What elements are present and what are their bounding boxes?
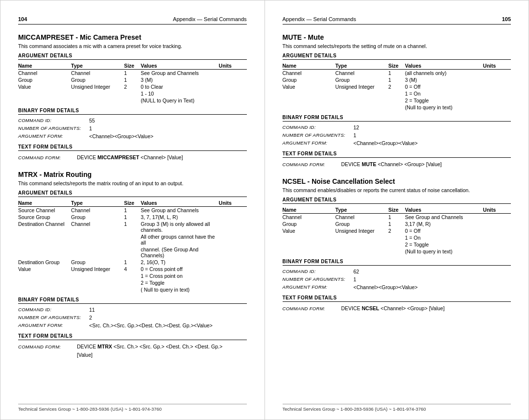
page-footer-right: Technical Services Group ~ 1-800-283-593… xyxy=(283,404,511,412)
binary-row: Command ID: 12 xyxy=(283,124,511,132)
table-row: (Null to query in text) xyxy=(283,104,511,111)
ncsel-arg-table: Name Type Size Values Units ChannelChann… xyxy=(283,206,511,255)
text-form-row: Command Form: DEVICE NCSEL <Channel> <Gr… xyxy=(283,304,511,313)
page-right: Appendix — Serial Commands 105 MUTE - Mu… xyxy=(264,0,529,420)
th-type: Type xyxy=(336,206,388,214)
th-name: Name xyxy=(18,199,71,207)
mute-desc: This command selects/reports the setting… xyxy=(283,43,511,49)
table-row: 2 = Toggle xyxy=(283,241,511,248)
mtrx-binary-form: Command ID: 11 Number of Arguments: 2 Ar… xyxy=(18,306,247,329)
binary-row: Argument Form: <Channel><Group><Value> xyxy=(283,140,511,148)
mtrx-arg-label: ARGUMENT DETAILS xyxy=(18,190,247,197)
page-footer-left: Technical Services Group ~ 1-800-283-593… xyxy=(18,404,247,412)
table-row: ValueUnsigned Integer40 = Cross point of… xyxy=(18,266,247,272)
table-row: ValueUnsigned Integer20 to Clear xyxy=(18,83,247,90)
miccampreset-text-form: Command Form: DEVICE MICCAMPRESET <Chann… xyxy=(18,153,247,162)
table-row: GroupGroup13 (M) xyxy=(283,76,511,83)
page-header-left: 104 Appendix — Serial Commands xyxy=(18,16,247,25)
ncsel-arg-label: ARGUMENT DETAILS xyxy=(283,197,511,204)
mute-text-label: TEXT FORM DETAILS xyxy=(283,151,511,158)
th-size: Size xyxy=(124,199,141,207)
miccampreset-desc: This command associates a mic with a cam… xyxy=(18,43,247,49)
th-name: Name xyxy=(18,62,71,70)
mtrx-desc: This command selects/reports the matrix … xyxy=(18,180,247,186)
binary-row: Argument Form: <Src. Ch.><Src. Gp.><Dest… xyxy=(18,322,247,330)
mute-arg-table: Name Type Size Values Units ChannelChann… xyxy=(283,62,511,111)
th-values: Values xyxy=(141,62,218,70)
table-row: 1 = On xyxy=(283,90,511,97)
table-row: 1 - 10 xyxy=(18,90,247,97)
mtrx-binary-label: BINARY FORM DETAILS xyxy=(18,297,247,304)
ncsel-text-label: TEXT FORM DETAILS xyxy=(283,295,511,302)
th-type: Type xyxy=(71,62,124,70)
miccampreset-text-label: TEXT FORM DETAILS xyxy=(18,144,247,151)
th-type: Type xyxy=(71,199,124,207)
table-row: ChannelChannel1See Group and Channels xyxy=(18,70,247,77)
miccampreset-binary-label: BINARY FORM DETAILS xyxy=(18,108,247,115)
table-row: GroupGroup13 (M) xyxy=(18,76,247,83)
table-row: channel. (See Group And Channels) xyxy=(18,246,247,259)
miccampreset-arg-label: ARGUMENT DETAILS xyxy=(18,53,247,60)
mute-binary-form: Command ID: 12 Number of Arguments: 1 Ar… xyxy=(283,124,511,147)
section-ncsel: NCSEL - Noise Cancellation Select This c… xyxy=(283,177,511,313)
mute-binary-label: BINARY FORM DETAILS xyxy=(283,115,511,122)
ncsel-title: NCSEL - Noise Cancellation Select xyxy=(283,177,511,185)
mtrx-arg-table: Name Type Size Values Units Source Chann… xyxy=(18,199,247,293)
mute-arg-label: ARGUMENT DETAILS xyxy=(283,53,511,60)
table-row: ChannelChannel1(all channels only) xyxy=(283,70,511,77)
th-size: Size xyxy=(124,62,141,70)
section-miccampreset: MICCAMPRESET - Mic Camera Preset This co… xyxy=(18,33,247,162)
page-left: 104 Appendix — Serial Commands MICCAMPRE… xyxy=(0,0,264,420)
ncsel-binary-form: Command ID: 62 Number of Arguments: 1 Ar… xyxy=(283,268,511,291)
page-number-left: 104 xyxy=(18,16,27,22)
th-size: Size xyxy=(388,206,405,214)
table-row: 1 = On xyxy=(283,234,511,241)
table-row: ( Null to query in text) xyxy=(18,286,247,293)
miccampreset-title: MICCAMPRESET - Mic Camera Preset xyxy=(18,33,247,41)
table-row: (Null to query in text) xyxy=(283,248,511,255)
text-form-row: Command Form: DEVICE MICCAMPRESET <Chann… xyxy=(18,153,247,162)
page-header-right: Appendix — Serial Commands 105 xyxy=(283,16,511,25)
binary-row: Number of Arguments: 1 xyxy=(283,276,511,284)
th-values: Values xyxy=(405,206,483,214)
th-units: Units xyxy=(483,62,511,70)
th-name: Name xyxy=(283,206,336,214)
table-row: GroupGroup13,17 (M, R) xyxy=(283,221,511,227)
section-mtrx: MTRX - Matrix Routing This command selec… xyxy=(18,171,247,359)
th-values: Values xyxy=(141,199,218,207)
ncsel-desc: This command enables/disables or reports… xyxy=(283,187,511,193)
table-row: ValueUnsigned Integer20 = Off xyxy=(283,227,511,234)
binary-row: Command ID: 62 xyxy=(283,268,511,276)
th-values: Values xyxy=(405,62,483,70)
th-name: Name xyxy=(283,62,336,70)
table-row: ValueUnsigned Integer20 = Off xyxy=(283,83,511,90)
binary-row: Argument Form: <Channel><Group><Value> xyxy=(18,133,247,141)
miccampreset-arg-table: Name Type Size Values Units ChannelChann… xyxy=(18,62,247,104)
table-row: All other groups cannot have the all xyxy=(18,233,247,246)
binary-row: Number of Arguments: 2 xyxy=(18,314,247,322)
table-row: Source ChannelChannel1See Group and Chan… xyxy=(18,207,247,214)
table-row: (NULL to Query in Text) xyxy=(18,97,247,104)
ncsel-text-form: Command Form: DEVICE NCSEL <Channel> <Gr… xyxy=(283,304,511,313)
miccampreset-binary-form: Command ID: 55 Number of Arguments: 1 Ar… xyxy=(18,117,247,140)
table-row: ChannelChannel1See Group and Channels xyxy=(283,214,511,221)
th-size: Size xyxy=(388,62,405,70)
th-type: Type xyxy=(336,62,388,70)
table-row: Destination ChannelChannel1Group 3 (M) i… xyxy=(18,221,247,233)
mtrx-text-label: TEXT FORM DETAILS xyxy=(18,333,247,340)
th-units: Units xyxy=(219,62,247,70)
th-units: Units xyxy=(483,206,511,214)
ncsel-binary-label: BINARY FORM DETAILS xyxy=(283,259,511,266)
text-form-row: Command Form: DEVICE MUTE <Channel> <Gro… xyxy=(283,160,511,169)
table-row: 1 = Cross point on xyxy=(18,272,247,279)
binary-row: Argument Form: <Channel><Group><Value> xyxy=(283,284,511,292)
table-row: 2 = Toggle xyxy=(283,97,511,104)
binary-row: Command ID: 55 xyxy=(18,117,247,125)
mtrx-title: MTRX - Matrix Routing xyxy=(18,171,247,178)
table-row: Source GroupGroup13, 7, 17(M, L, R) xyxy=(18,214,247,221)
th-units: Units xyxy=(219,199,247,207)
mute-title: MUTE - Mute xyxy=(283,33,511,41)
mtrx-text-form: Command Form: DEVICE MTRX <Src. Ch.> <Sr… xyxy=(18,343,247,359)
section-mute: MUTE - Mute This command selects/reports… xyxy=(283,33,511,169)
text-form-row: Command Form: DEVICE MTRX <Src. Ch.> <Sr… xyxy=(18,343,247,359)
